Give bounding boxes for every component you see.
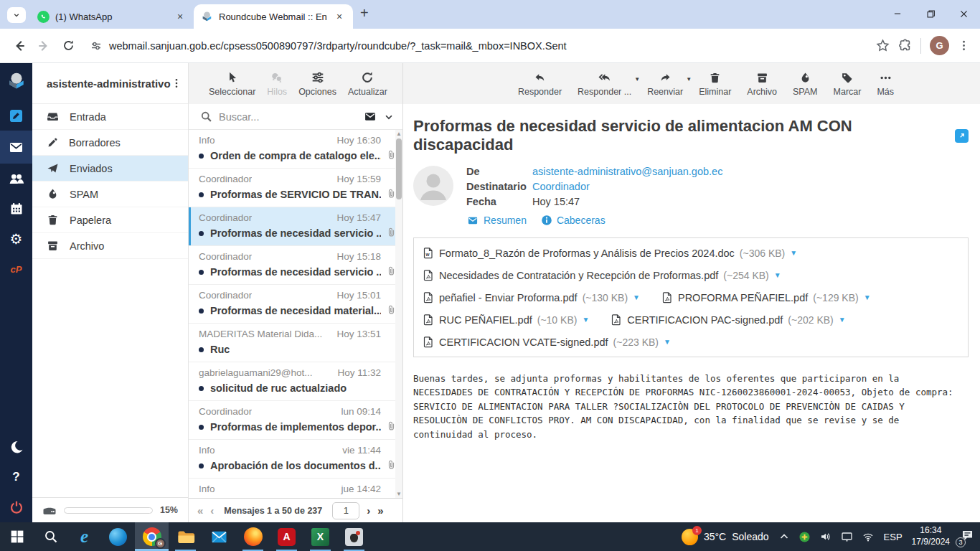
attachment-menu-caret-icon[interactable]: ▼	[633, 293, 640, 301]
page-number-input[interactable]	[332, 502, 359, 519]
bookmark-star-icon[interactable]	[876, 39, 890, 52]
toolbar-button-archivo[interactable]: Archivo	[741, 70, 783, 97]
message-row[interactable]: CoordinadorHoy 15:18Proformas de necesid…	[189, 246, 402, 285]
tab-whatsapp[interactable]: (1) WhatsApp ×	[30, 4, 194, 29]
first-page-button[interactable]: «	[197, 504, 203, 517]
scrollbar[interactable]: ▲ ▼	[395, 130, 402, 498]
dropdown-caret-icon[interactable]: ▼	[686, 76, 692, 83]
folder-item-entrada[interactable]: Entrada	[32, 104, 188, 130]
folder-item-papelera[interactable]: Papelera	[32, 207, 188, 233]
extensions-icon[interactable]	[898, 39, 912, 52]
attachment-name[interactable]: peñafiel - Enviar Proforma.pdf	[439, 292, 578, 303]
attachment-name[interactable]: CERTIFICACION PAC-signed.pdf	[627, 314, 783, 326]
profile-avatar[interactable]: G	[930, 36, 949, 55]
toolbar-button-actualizar[interactable]: Actualizar	[342, 70, 393, 97]
restore-button[interactable]	[914, 0, 947, 27]
new-tab-button[interactable]: +	[360, 5, 369, 22]
attachment-menu-caret-icon[interactable]: ▼	[864, 293, 871, 301]
attachment-name[interactable]: Formato_8_Razón de Proformas y Análisis …	[439, 248, 735, 259]
taskbar-edge-icon[interactable]	[101, 522, 135, 551]
toolbar-button-marcar[interactable]: Marcar	[828, 70, 867, 97]
taskbar-explorer-icon[interactable]	[169, 522, 202, 551]
taskbar-chrome-icon[interactable]: G	[135, 522, 169, 551]
chevron-up-icon[interactable]	[778, 531, 790, 542]
message-row[interactable]: CoordinadorHoy 15:47Proformas de necesid…	[189, 207, 402, 246]
url-bar[interactable]: webmail.sanjuan.gob.ec/cpsess0500890797/…	[80, 40, 876, 52]
language-indicator[interactable]: ESP	[884, 532, 903, 542]
attachment-name[interactable]: CERTIFICACION VCATE-signed.pdf	[439, 336, 608, 348]
site-settings-icon[interactable]	[90, 40, 102, 52]
action-link-resumen[interactable]: Resumen	[466, 215, 527, 226]
open-in-new-window-icon[interactable]	[955, 129, 969, 143]
close-button[interactable]	[947, 0, 980, 27]
attachment-name[interactable]: RUC PEÑAFIEL.pdf	[439, 314, 532, 326]
toolbar-button-responder[interactable]: Responder ...▼	[572, 70, 637, 97]
wifi-icon[interactable]	[862, 532, 875, 542]
toolbar-button-eliminar[interactable]: Eliminar	[693, 70, 737, 97]
message-row[interactable]: Infojue 14:42	[189, 479, 402, 498]
attachment-item[interactable]: peñafiel - Enviar Proforma.pdf(~130 KB)▼	[423, 291, 640, 303]
attachment-item[interactable]: PROFORMA PEÑAFIEL.pdf(~129 KB)▼	[661, 291, 871, 303]
message-row[interactable]: InfoHoy 16:30Orden de compra de catalogo…	[189, 130, 402, 169]
tab-roundcube[interactable]: Roundcube Webmail :: Enviados ×	[194, 4, 353, 29]
cpanel-icon[interactable]: cP	[0, 254, 32, 284]
folder-item-spam[interactable]: SPAM	[32, 182, 188, 207]
taskbar-acrobat-icon[interactable]: A	[270, 522, 303, 551]
last-page-button[interactable]: »	[377, 504, 383, 517]
attachment-menu-caret-icon[interactable]: ▼	[774, 271, 781, 279]
cast-icon[interactable]	[841, 531, 853, 542]
attachment-menu-caret-icon[interactable]: ▼	[664, 338, 671, 346]
attachment-item[interactable]: wFormato_8_Razón de Proformas y Análisis…	[423, 247, 797, 259]
taskbar-mail-icon[interactable]	[202, 522, 236, 551]
minimize-button[interactable]	[881, 0, 914, 27]
attachment-item[interactable]: RUC PEÑAFIEL.pdf(~10 KB)▼	[423, 314, 589, 326]
logout-power-icon[interactable]	[0, 492, 32, 522]
toolbar-button-m-s[interactable]: Más	[871, 70, 900, 97]
message-row[interactable]: CoordinadorHoy 15:01Proformas de necesid…	[189, 285, 402, 324]
folder-item-borradores[interactable]: Borradores	[32, 130, 188, 156]
tab-close-icon[interactable]: ×	[174, 10, 187, 23]
toolbar-button-opciones[interactable]: Opciones	[293, 70, 342, 97]
toolbar-button-spam[interactable]: SPAM	[787, 70, 824, 97]
dropdown-caret-icon[interactable]: ▼	[634, 76, 640, 83]
mail-module-icon[interactable]	[0, 131, 32, 164]
attachment-item[interactable]: CERTIFICACION VCATE-signed.pdf(~223 KB)▼	[423, 336, 671, 348]
message-row[interactable]: Infovie 11:44Aprobación de los documento…	[189, 440, 402, 479]
settings-gear-icon[interactable]: ⚙	[0, 224, 32, 254]
attachment-item[interactable]: Necesidades de Contratación y Recepción …	[423, 269, 781, 281]
contacts-icon[interactable]	[0, 164, 32, 194]
search-scope-envelope-icon[interactable]	[363, 110, 377, 123]
attachment-name[interactable]: Necesidades de Contratación y Recepción …	[439, 270, 718, 281]
scroll-up-icon[interactable]: ▲	[395, 131, 402, 137]
toolbar-button-responder[interactable]: Responder	[512, 70, 567, 97]
search-options-chevron-icon[interactable]	[384, 112, 394, 122]
taskbar-start-button[interactable]	[0, 522, 34, 551]
folder-item-archivo[interactable]: Archivo	[32, 233, 188, 259]
attachment-menu-caret-icon[interactable]: ▼	[839, 316, 846, 324]
to-recipient-link[interactable]: Coordinador	[532, 181, 590, 192]
attachment-name[interactable]: PROFORMA PEÑAFIEL.pdf	[678, 292, 808, 303]
next-page-button[interactable]: ›	[367, 504, 370, 517]
taskbar-firefox-icon[interactable]	[236, 522, 270, 551]
action-link-cabeceras[interactable]: Cabeceras	[541, 215, 606, 226]
attachment-menu-caret-icon[interactable]: ▼	[790, 249, 797, 257]
toolbar-button-seleccionar[interactable]: Seleccionar	[203, 70, 261, 97]
back-button[interactable]	[7, 34, 32, 58]
attachment-menu-caret-icon[interactable]: ▼	[582, 316, 589, 324]
compose-icon[interactable]	[0, 100, 32, 131]
message-row[interactable]: gabrielaguamani29@hot...Hoy 11:32solicit…	[189, 362, 402, 401]
message-row[interactable]: Coordinadorlun 09:14Proformas de impleme…	[189, 401, 402, 440]
volume-icon[interactable]	[819, 531, 832, 542]
taskbar-ie-icon[interactable]: e	[67, 522, 101, 551]
calendar-icon[interactable]	[0, 194, 32, 224]
toolbar-button-reenviar[interactable]: Reenviar▼	[641, 70, 689, 97]
taskbar-search-icon[interactable]	[34, 522, 67, 551]
message-row[interactable]: MADERITAS Material Dida...Hoy 13:51Ruc	[189, 324, 402, 362]
prev-page-button[interactable]: ‹	[210, 504, 214, 517]
taskbar-excel-icon[interactable]: X	[303, 522, 337, 551]
tab-close-icon[interactable]: ×	[333, 10, 346, 23]
clock[interactable]: 16:34 17/9/2024	[912, 525, 950, 547]
folder-options-kebab-icon[interactable]	[171, 77, 182, 89]
scroll-down-icon[interactable]: ▼	[395, 491, 402, 497]
notification-center-button[interactable]: 3	[961, 529, 974, 545]
